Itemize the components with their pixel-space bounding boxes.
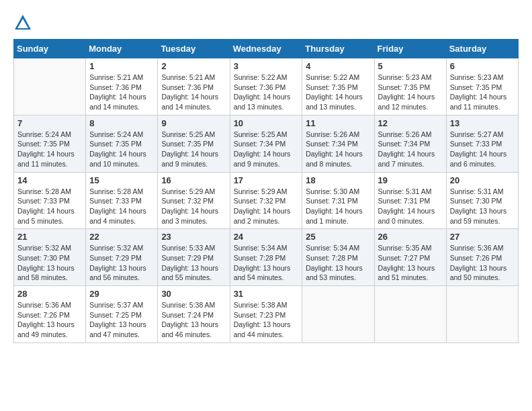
cell-info: Sunrise: 5:29 AMSunset: 7:32 PMDaylight:… <box>234 187 299 226</box>
calendar-cell: 31Sunrise: 5:38 AMSunset: 7:23 PMDayligh… <box>230 286 302 343</box>
cell-info: Sunrise: 5:33 AMSunset: 7:29 PMDaylight:… <box>161 243 226 283</box>
calendar-cell: 1Sunrise: 5:21 AMSunset: 7:36 PMDaylight… <box>86 58 158 116</box>
header-row: SundayMondayTuesdayWednesdayThursdayFrid… <box>14 40 519 58</box>
day-number: 23 <box>161 232 226 242</box>
logo <box>13 13 35 32</box>
day-number: 7 <box>17 118 82 128</box>
calendar-week-row: 21Sunrise: 5:32 AMSunset: 7:30 PMDayligh… <box>14 229 519 286</box>
cell-info: Sunrise: 5:32 AMSunset: 7:29 PMDaylight:… <box>89 243 154 283</box>
cell-info: Sunrise: 5:25 AMSunset: 7:35 PMDaylight:… <box>161 130 226 169</box>
cell-info: Sunrise: 5:29 AMSunset: 7:32 PMDaylight:… <box>161 187 226 226</box>
calendar-cell: 19Sunrise: 5:31 AMSunset: 7:31 PMDayligh… <box>374 172 446 229</box>
cell-info: Sunrise: 5:23 AMSunset: 7:35 PMDaylight:… <box>378 73 443 112</box>
day-number: 26 <box>378 232 443 242</box>
calendar-cell: 14Sunrise: 5:28 AMSunset: 7:33 PMDayligh… <box>14 172 86 229</box>
calendar-cell: 5Sunrise: 5:23 AMSunset: 7:35 PMDaylight… <box>374 58 446 116</box>
calendar-cell <box>302 286 374 343</box>
calendar-week-row: 28Sunrise: 5:36 AMSunset: 7:26 PMDayligh… <box>14 286 519 343</box>
calendar-cell: 10Sunrise: 5:25 AMSunset: 7:34 PMDayligh… <box>230 115 302 172</box>
cell-info: Sunrise: 5:23 AMSunset: 7:35 PMDaylight:… <box>450 73 515 112</box>
day-number: 9 <box>161 118 226 128</box>
calendar-cell <box>374 286 446 343</box>
cell-info: Sunrise: 5:38 AMSunset: 7:23 PMDaylight:… <box>234 300 299 340</box>
calendar-header: SundayMondayTuesdayWednesdayThursdayFrid… <box>14 40 519 58</box>
day-number: 22 <box>89 232 154 242</box>
cell-info: Sunrise: 5:35 AMSunset: 7:27 PMDaylight:… <box>378 243 443 283</box>
calendar-cell: 30Sunrise: 5:38 AMSunset: 7:24 PMDayligh… <box>158 286 230 343</box>
cell-info: Sunrise: 5:34 AMSunset: 7:28 PMDaylight:… <box>306 243 370 283</box>
calendar-cell <box>446 286 518 343</box>
day-number: 24 <box>234 232 299 242</box>
calendar-cell: 28Sunrise: 5:36 AMSunset: 7:26 PMDayligh… <box>14 286 86 343</box>
day-number: 19 <box>378 175 443 185</box>
day-of-week-header: Friday <box>374 40 446 58</box>
cell-info: Sunrise: 5:26 AMSunset: 7:34 PMDaylight:… <box>378 130 443 169</box>
cell-info: Sunrise: 5:28 AMSunset: 7:33 PMDaylight:… <box>89 187 154 226</box>
calendar-cell: 18Sunrise: 5:30 AMSunset: 7:31 PMDayligh… <box>302 172 374 229</box>
day-number: 20 <box>450 175 515 185</box>
day-number: 5 <box>378 61 443 71</box>
day-of-week-header: Thursday <box>302 40 374 58</box>
day-of-week-header: Sunday <box>14 40 86 58</box>
calendar-week-row: 1Sunrise: 5:21 AMSunset: 7:36 PMDaylight… <box>14 58 519 116</box>
calendar-cell: 9Sunrise: 5:25 AMSunset: 7:35 PMDaylight… <box>158 115 230 172</box>
calendar-cell: 8Sunrise: 5:24 AMSunset: 7:35 PMDaylight… <box>86 115 158 172</box>
calendar-cell: 7Sunrise: 5:24 AMSunset: 7:35 PMDaylight… <box>14 115 86 172</box>
cell-info: Sunrise: 5:37 AMSunset: 7:25 PMDaylight:… <box>89 300 154 340</box>
cell-info: Sunrise: 5:28 AMSunset: 7:33 PMDaylight:… <box>17 187 82 226</box>
day-of-week-header: Saturday <box>446 40 518 58</box>
calendar-cell: 26Sunrise: 5:35 AMSunset: 7:27 PMDayligh… <box>374 229 446 286</box>
calendar-cell: 20Sunrise: 5:31 AMSunset: 7:30 PMDayligh… <box>446 172 518 229</box>
calendar-cell: 25Sunrise: 5:34 AMSunset: 7:28 PMDayligh… <box>302 229 374 286</box>
day-number: 12 <box>378 118 443 128</box>
day-number: 15 <box>89 175 154 185</box>
day-number: 6 <box>450 61 515 71</box>
cell-info: Sunrise: 5:26 AMSunset: 7:34 PMDaylight:… <box>306 130 370 169</box>
day-number: 16 <box>161 175 226 185</box>
cell-info: Sunrise: 5:36 AMSunset: 7:26 PMDaylight:… <box>17 300 82 340</box>
cell-info: Sunrise: 5:31 AMSunset: 7:30 PMDaylight:… <box>450 187 515 226</box>
calendar-cell: 12Sunrise: 5:26 AMSunset: 7:34 PMDayligh… <box>374 115 446 172</box>
cell-info: Sunrise: 5:25 AMSunset: 7:34 PMDaylight:… <box>234 130 299 169</box>
page-header <box>13 13 519 32</box>
calendar-cell: 27Sunrise: 5:36 AMSunset: 7:26 PMDayligh… <box>446 229 518 286</box>
cell-info: Sunrise: 5:32 AMSunset: 7:30 PMDaylight:… <box>17 243 82 283</box>
day-number: 10 <box>234 118 299 128</box>
day-number: 2 <box>161 61 226 71</box>
calendar-cell: 11Sunrise: 5:26 AMSunset: 7:34 PMDayligh… <box>302 115 374 172</box>
calendar-cell: 24Sunrise: 5:34 AMSunset: 7:28 PMDayligh… <box>230 229 302 286</box>
cell-info: Sunrise: 5:36 AMSunset: 7:26 PMDaylight:… <box>450 243 515 283</box>
calendar-week-row: 14Sunrise: 5:28 AMSunset: 7:33 PMDayligh… <box>14 172 519 229</box>
day-of-week-header: Tuesday <box>158 40 230 58</box>
calendar-cell: 15Sunrise: 5:28 AMSunset: 7:33 PMDayligh… <box>86 172 158 229</box>
day-number: 21 <box>17 232 82 242</box>
calendar-cell: 21Sunrise: 5:32 AMSunset: 7:30 PMDayligh… <box>14 229 86 286</box>
day-number: 31 <box>234 289 299 299</box>
calendar-cell: 29Sunrise: 5:37 AMSunset: 7:25 PMDayligh… <box>86 286 158 343</box>
day-number: 17 <box>234 175 299 185</box>
cell-info: Sunrise: 5:24 AMSunset: 7:35 PMDaylight:… <box>17 130 82 169</box>
cell-info: Sunrise: 5:22 AMSunset: 7:36 PMDaylight:… <box>234 73 299 112</box>
day-number: 1 <box>89 61 154 71</box>
cell-info: Sunrise: 5:38 AMSunset: 7:24 PMDaylight:… <box>161 300 226 340</box>
logo-icon <box>13 13 32 32</box>
calendar-body: 1Sunrise: 5:21 AMSunset: 7:36 PMDaylight… <box>14 58 519 343</box>
day-number: 30 <box>161 289 226 299</box>
calendar-cell: 17Sunrise: 5:29 AMSunset: 7:32 PMDayligh… <box>230 172 302 229</box>
cell-info: Sunrise: 5:22 AMSunset: 7:35 PMDaylight:… <box>306 73 370 112</box>
calendar-week-row: 7Sunrise: 5:24 AMSunset: 7:35 PMDaylight… <box>14 115 519 172</box>
calendar-cell: 16Sunrise: 5:29 AMSunset: 7:32 PMDayligh… <box>158 172 230 229</box>
calendar-cell <box>14 58 86 116</box>
day-number: 28 <box>17 289 82 299</box>
calendar-cell: 4Sunrise: 5:22 AMSunset: 7:35 PMDaylight… <box>302 58 374 116</box>
cell-info: Sunrise: 5:21 AMSunset: 7:36 PMDaylight:… <box>89 73 154 112</box>
day-number: 3 <box>234 61 299 71</box>
cell-info: Sunrise: 5:24 AMSunset: 7:35 PMDaylight:… <box>89 130 154 169</box>
day-of-week-header: Wednesday <box>230 40 302 58</box>
calendar-cell: 23Sunrise: 5:33 AMSunset: 7:29 PMDayligh… <box>158 229 230 286</box>
cell-info: Sunrise: 5:31 AMSunset: 7:31 PMDaylight:… <box>378 187 443 226</box>
day-number: 4 <box>306 61 370 71</box>
day-number: 27 <box>450 232 515 242</box>
day-number: 25 <box>306 232 370 242</box>
calendar-table: SundayMondayTuesdayWednesdayThursdayFrid… <box>13 39 519 343</box>
